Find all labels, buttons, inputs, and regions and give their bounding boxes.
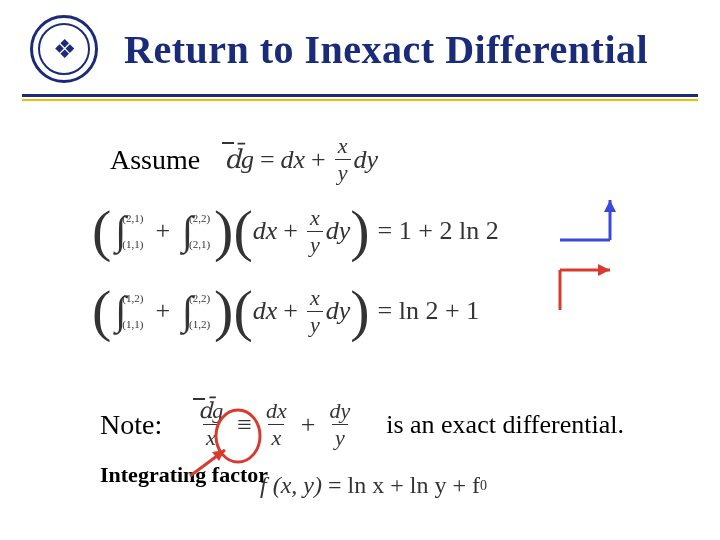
lim-up: (2,1) (122, 212, 143, 224)
integral-row-2: ( ∫ (1,2) (1,1) + ∫ (2,2) (1,2) ) (92, 282, 499, 340)
rule-blue (22, 94, 698, 97)
blue-path-arrow-1 (560, 200, 616, 240)
rule-gold (22, 99, 698, 101)
num: x (307, 207, 323, 231)
lim-low: (2,1) (189, 238, 210, 250)
slide-title: Return to Inexact Differential (124, 26, 648, 73)
lim-low: (1,1) (122, 238, 143, 250)
lim-up: (2,2) (189, 212, 210, 224)
integral-group: ( ∫ (2,1) (1,1) + ∫ (2,2) (2,1) ) (92, 202, 499, 362)
limits-d: (2,2) (1,2) (189, 292, 210, 330)
svg-marker-2 (604, 200, 616, 212)
note-formula: d̄g x ≡ dx x + dy y (192, 400, 356, 449)
svg-marker-5 (598, 264, 610, 276)
plus: + (283, 296, 298, 326)
assume-label: Assume (110, 144, 200, 176)
f-lhs: f (x, y) (260, 472, 322, 499)
limits-b: (2,2) (2,1) (189, 212, 210, 250)
num: d̄g (195, 400, 226, 424)
rparen2: ) (350, 202, 369, 260)
rparen: ) (214, 202, 233, 260)
red-arrow-head-icon (212, 450, 225, 461)
assume-row: Assume d̄g = dx + x y dy (110, 135, 378, 184)
term-dx: dx (281, 145, 306, 175)
int-c: ∫ (1,2) (1,1) (115, 291, 143, 331)
frac-num: x (335, 135, 351, 159)
integral-row-1: ( ∫ (2,1) (1,1) + ∫ (2,2) (2,1) ) (92, 202, 499, 260)
eq-sign: = (260, 145, 275, 175)
result-2: = ln 2 + 1 (378, 296, 480, 326)
plus: + (311, 145, 326, 175)
plus: + (283, 216, 298, 246)
rparen2: ) (350, 282, 369, 340)
int-a: ∫ (2,1) (1,1) (115, 211, 143, 251)
frac: x y (307, 287, 323, 336)
lparen2: ( (233, 202, 252, 260)
red-path-arrow-2 (560, 264, 610, 310)
result-1: = 1 + 2 ln 2 (378, 216, 499, 246)
note-row: Note: d̄g x ≡ dx x + dy y is an exact di… (100, 400, 624, 449)
dbar-g: d̄g (224, 144, 254, 175)
den: y (332, 424, 348, 449)
f-rhs: ln x + ln y + f (348, 472, 480, 499)
exact-differential-text: is an exact differential. (386, 410, 624, 440)
den: x (203, 424, 219, 449)
lim-up: (1,2) (122, 292, 143, 304)
den: x (268, 424, 284, 449)
limits-c: (1,2) (1,1) (122, 292, 143, 330)
university-logo: ❖ (30, 15, 98, 83)
integ-t1: dx (253, 296, 278, 326)
integ-t1: dx (253, 216, 278, 246)
limits-a: (2,1) (1,1) (122, 212, 143, 250)
frac-dy-y: dy y (326, 400, 353, 449)
num: dy (326, 400, 353, 424)
den: y (307, 311, 323, 336)
frac-x-y: x y (335, 135, 351, 184)
rparen: ) (214, 282, 233, 340)
slide: ❖ Return to Inexact Differential Assume … (0, 0, 720, 540)
int-d: ∫ (2,2) (1,2) (182, 291, 210, 331)
f-sub: 0 (480, 478, 487, 494)
term-dy: dy (354, 145, 379, 175)
plus: + (301, 410, 316, 440)
num: x (307, 287, 323, 311)
lim-low: (1,2) (189, 318, 210, 330)
eq-sign: = (328, 472, 342, 499)
lim-up: (2,2) (189, 292, 210, 304)
lparen: ( (92, 282, 111, 340)
lparen: ( (92, 202, 111, 260)
integ-suf: dy (326, 296, 351, 326)
note-label: Note: (100, 409, 162, 441)
frac-dx-x: dx x (263, 400, 290, 449)
f-result: f (x, y) = ln x + ln y + f 0 (260, 472, 487, 499)
plus: + (155, 296, 170, 326)
lparen2: ( (233, 282, 252, 340)
assume-formula: d̄g = dx + x y dy (224, 135, 378, 184)
ident-sign: ≡ (237, 410, 252, 440)
frac: x y (307, 207, 323, 256)
integ-suf: dy (326, 216, 351, 246)
header-rules (22, 94, 698, 100)
den: y (307, 231, 323, 256)
int-b: ∫ (2,2) (2,1) (182, 211, 210, 251)
integrating-factor-label: Integrating factor (100, 462, 268, 488)
frac-den: y (335, 159, 351, 184)
lim-low: (1,1) (122, 318, 143, 330)
header: ❖ Return to Inexact Differential (0, 0, 720, 88)
num: dx (263, 400, 290, 424)
logo-glyph: ❖ (38, 23, 90, 75)
plus: + (155, 216, 170, 246)
frac-dbarg-x: d̄g x (195, 400, 226, 449)
